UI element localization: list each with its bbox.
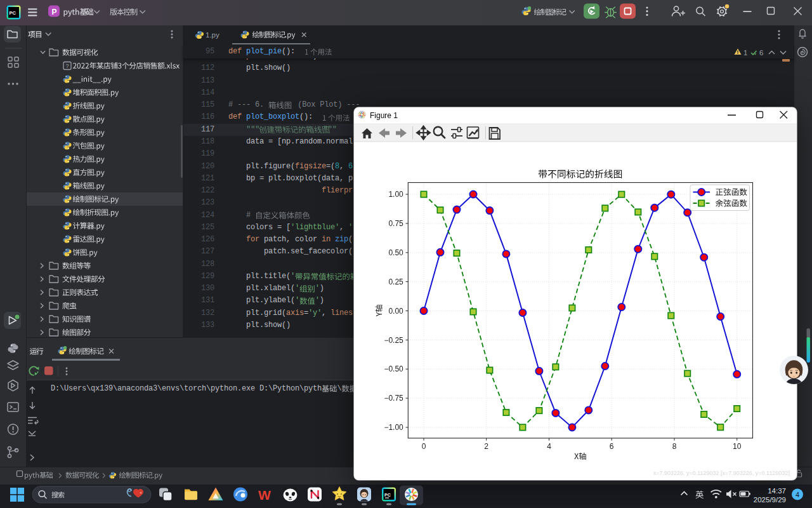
- svg-text:0: 0: [422, 442, 426, 451]
- svg-text:0.00: 0.00: [388, 307, 403, 316]
- svg-text:2: 2: [484, 442, 488, 451]
- svg-text:8: 8: [672, 442, 677, 451]
- svg-text:P: P: [52, 8, 57, 17]
- svg-text:0.75: 0.75: [388, 219, 403, 228]
- svg-text:6: 6: [759, 49, 763, 57]
- svg-text:PC: PC: [10, 10, 16, 16]
- svg-text:Figure 1: Figure 1: [370, 111, 398, 120]
- svg-text:x=7.903226, y=0.1129032 [x=7.: x=7.903226, y=0.1129032 [x=7.903226, y=0…: [653, 470, 790, 476]
- svg-text:?: ?: [66, 63, 69, 69]
- svg-text:−0.75: −0.75: [384, 394, 403, 403]
- svg-text:0.25: 0.25: [388, 277, 403, 286]
- svg-text:−1.00: −1.00: [384, 423, 403, 432]
- svg-text:1: 1: [743, 49, 747, 57]
- svg-text:4: 4: [547, 442, 551, 451]
- svg-text:1.00: 1.00: [388, 190, 403, 199]
- svg-text:−0.50: −0.50: [384, 364, 403, 373]
- svg-text:0.50: 0.50: [388, 248, 403, 257]
- svg-text:6: 6: [610, 442, 614, 451]
- svg-text:10: 10: [733, 442, 742, 451]
- svg-text:−0.25: −0.25: [384, 336, 403, 345]
